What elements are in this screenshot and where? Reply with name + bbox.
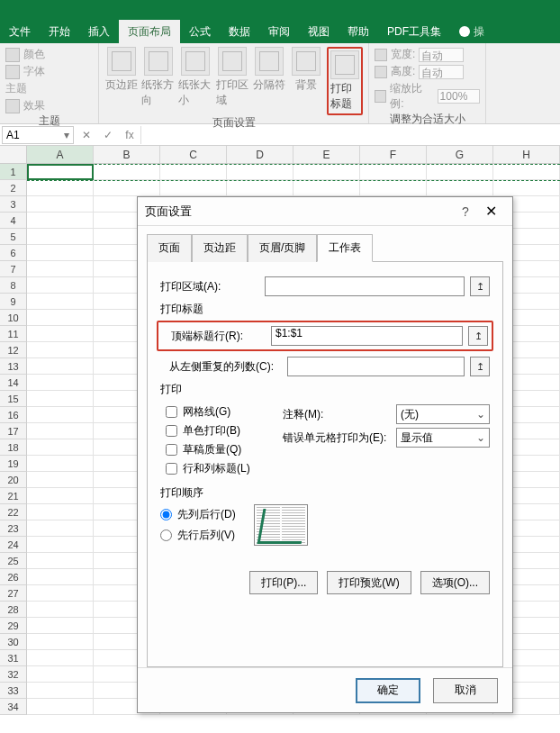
cell[interactable]: [27, 164, 94, 180]
cell[interactable]: [227, 164, 294, 180]
row-header[interactable]: 10: [0, 310, 27, 326]
row-header[interactable]: 8: [0, 277, 27, 294]
row-header[interactable]: 7: [0, 261, 27, 277]
cell[interactable]: [27, 407, 94, 423]
tab-page-layout[interactable]: 页面布局: [119, 20, 180, 43]
col-header[interactable]: A: [27, 146, 94, 163]
cell[interactable]: [27, 326, 94, 342]
row-header[interactable]: 19: [0, 456, 27, 472]
cols-repeat-ref-button[interactable]: [470, 357, 490, 376]
rows-repeat-input[interactable]: $1:$1: [271, 326, 463, 346]
select-all-corner[interactable]: [0, 146, 27, 163]
scale-width[interactable]: 宽度:自动: [375, 47, 480, 62]
cell[interactable]: [427, 180, 493, 196]
chevron-down-icon[interactable]: ▾: [64, 129, 69, 141]
cols-repeat-input[interactable]: [287, 357, 465, 376]
scale-pct[interactable]: 缩放比例:100%: [375, 81, 480, 112]
cell[interactable]: [27, 569, 94, 585]
cell[interactable]: [27, 245, 94, 261]
row-header[interactable]: 15: [0, 391, 27, 407]
row-header[interactable]: 21: [0, 488, 27, 504]
tab-review[interactable]: 审阅: [259, 20, 299, 43]
cell[interactable]: [27, 537, 94, 553]
size-button[interactable]: 纸张大小: [178, 47, 212, 108]
row-header[interactable]: 32: [0, 666, 27, 683]
ok-button[interactable]: 确定: [356, 678, 420, 703]
cell[interactable]: [360, 164, 427, 180]
print-area-ref-button[interactable]: [470, 276, 490, 296]
comments-select[interactable]: (无)⌄: [396, 404, 490, 424]
row-header[interactable]: 9: [0, 294, 27, 310]
cell[interactable]: [27, 342, 94, 358]
cell[interactable]: [493, 180, 560, 196]
row-header[interactable]: 29: [0, 618, 27, 634]
bw-check[interactable]: [166, 425, 177, 437]
cell[interactable]: [27, 634, 94, 650]
scale-pct-value[interactable]: 100%: [438, 89, 480, 104]
cancel-fx[interactable]: ✕: [76, 129, 97, 141]
themes-effects[interactable]: 效果: [5, 98, 93, 113]
cell[interactable]: [27, 650, 94, 666]
tab-pdf[interactable]: PDF工具集: [378, 20, 450, 43]
row-header[interactable]: 11: [0, 326, 27, 342]
cell[interactable]: [27, 196, 94, 213]
errors-select[interactable]: 显示值⌄: [396, 428, 490, 448]
row-header[interactable]: 17: [0, 423, 27, 439]
cell[interactable]: [493, 164, 560, 180]
cell[interactable]: [27, 439, 94, 456]
close-button[interactable]: ✕: [476, 203, 505, 220]
cell[interactable]: [27, 488, 94, 504]
row-header[interactable]: 24: [0, 537, 27, 553]
row-header[interactable]: 34: [0, 699, 27, 715]
row-header[interactable]: 23: [0, 520, 27, 537]
gridlines-checkbox[interactable]: 网格线(G): [166, 404, 274, 420]
confirm-fx[interactable]: ✓: [97, 129, 119, 141]
down-over-radio[interactable]: 先列后行(D): [160, 507, 236, 522]
cell[interactable]: [27, 310, 94, 326]
row-header[interactable]: 31: [0, 650, 27, 666]
row-header[interactable]: 28: [0, 602, 27, 618]
row-header[interactable]: 6: [0, 245, 27, 261]
draft-checkbox[interactable]: 草稿质量(Q): [166, 442, 274, 457]
formula-bar[interactable]: [140, 126, 560, 144]
col-header[interactable]: H: [493, 146, 560, 163]
themes-fonts[interactable]: 字体: [5, 64, 93, 79]
col-header[interactable]: D: [227, 146, 294, 163]
cell[interactable]: [27, 456, 94, 472]
cell[interactable]: [27, 358, 94, 375]
row-header[interactable]: 4: [0, 213, 27, 229]
cell[interactable]: [294, 164, 360, 180]
help-button[interactable]: ?: [455, 204, 476, 219]
row-header[interactable]: 25: [0, 553, 27, 569]
bw-checkbox[interactable]: 单色打印(B): [166, 423, 274, 439]
cell[interactable]: [27, 261, 94, 277]
tab-data[interactable]: 数据: [220, 20, 259, 43]
row-header[interactable]: 14: [0, 375, 27, 391]
col-header[interactable]: G: [427, 146, 493, 163]
cell[interactable]: [27, 618, 94, 634]
tab-file[interactable]: 文件: [0, 20, 40, 43]
draft-check[interactable]: [166, 444, 177, 456]
name-box[interactable]: A1▾: [2, 126, 74, 144]
themes-theme[interactable]: 主题: [5, 81, 93, 96]
dlg-tab-page[interactable]: 页面: [147, 234, 192, 262]
rowcol-checkbox[interactable]: 行和列标题(L): [166, 461, 274, 476]
row-header[interactable]: 22: [0, 504, 27, 520]
row-header[interactable]: 16: [0, 407, 27, 423]
row-header[interactable]: 26: [0, 569, 27, 585]
rowcol-check[interactable]: [166, 463, 177, 475]
cell[interactable]: [427, 164, 493, 180]
print-area-button[interactable]: 打印区域: [216, 47, 249, 108]
cancel-button[interactable]: 取消: [433, 678, 498, 703]
cell[interactable]: [227, 180, 294, 196]
row-header[interactable]: 1: [0, 164, 27, 180]
over-down-input[interactable]: [160, 529, 172, 541]
tab-help[interactable]: 帮助: [339, 20, 378, 43]
scale-width-value[interactable]: 自动: [419, 48, 464, 62]
print-titles-button[interactable]: 打印标题: [327, 47, 363, 115]
cell[interactable]: [27, 213, 94, 229]
row-header[interactable]: 3: [0, 196, 27, 213]
cell[interactable]: [27, 553, 94, 569]
row-header[interactable]: 12: [0, 342, 27, 358]
cell[interactable]: [94, 164, 160, 180]
